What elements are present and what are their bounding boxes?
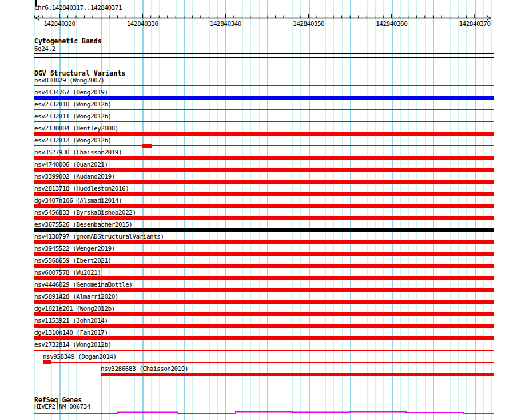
gene-line[interactable]	[34, 412, 494, 414]
genome-browser-view: chr6:142840317..142840371 14284032014284…	[0, 0, 509, 420]
gene-track[interactable]	[0, 0, 509, 420]
